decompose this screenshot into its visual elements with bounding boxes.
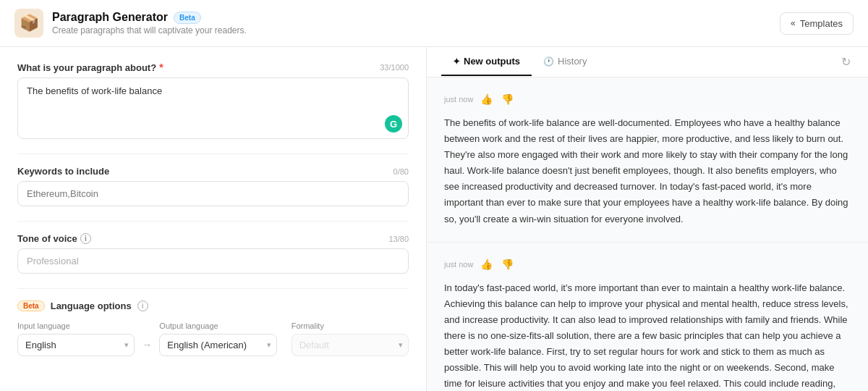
divider-3 <box>17 288 409 289</box>
keywords-char-count: 0/80 <box>393 167 409 176</box>
language-section-label: Language options <box>51 300 132 311</box>
formality-label: Formality <box>292 321 409 330</box>
formality-col: Formality Default ▾ <box>292 321 409 356</box>
output-time-2: just now <box>444 260 473 269</box>
tone-field-label: Tone of voice <box>17 233 77 244</box>
beta-badge: Beta <box>174 12 201 24</box>
language-row: Input language English ▾ → Output langua… <box>17 321 409 356</box>
formality-select[interactable]: Default <box>292 334 409 356</box>
keywords-input[interactable] <box>17 181 409 206</box>
language-info-icon[interactable]: i <box>137 300 148 311</box>
tab-new-outputs[interactable]: ✦ New outputs <box>441 48 532 76</box>
clock-icon: 🕐 <box>543 56 554 67</box>
templates-button[interactable]: « Templates <box>780 12 854 35</box>
paragraph-textarea-wrapper: G <box>17 77 409 139</box>
paragraph-field-group: What is your paragraph about? * 33/1000 … <box>17 62 409 139</box>
thumbs-up-button-2[interactable]: 👍 <box>479 257 494 272</box>
formality-select-wrapper: Default ▾ <box>292 334 409 356</box>
divider-1 <box>17 154 409 154</box>
paragraph-char-count: 33/1000 <box>380 63 409 72</box>
output-language-select[interactable]: English (American) <box>159 334 276 356</box>
output-block-2: just now 👍 👎 In today's fast-paced world… <box>427 243 868 391</box>
output-content: just now 👍 👎 The benefits of work-life b… <box>427 77 868 391</box>
language-section-label-row: Beta Language options i <box>17 300 409 311</box>
thumbs-down-button-1[interactable]: 👎 <box>500 92 515 106</box>
output-tabs: ✦ New outputs 🕐 History ↻ <box>427 47 868 77</box>
language-arrow: → <box>135 339 159 356</box>
tone-char-count: 13/80 <box>388 235 409 243</box>
app-title: Paragraph Generator Beta <box>52 11 247 24</box>
output-block-1: just now 👍 👎 The benefits of work-life b… <box>427 77 868 243</box>
input-language-label: Input language <box>17 321 135 330</box>
thumbs-up-button-1[interactable]: 👍 <box>479 92 494 106</box>
input-language-col: Input language English ▾ <box>17 321 135 356</box>
header-title-group: Paragraph Generator Beta Create paragrap… <box>52 11 247 35</box>
chevron-left-icon: « <box>791 18 796 28</box>
divider-2 <box>17 221 409 222</box>
tabs-left: ✦ New outputs 🕐 History <box>441 48 598 76</box>
keywords-field-label: Keywords to include <box>17 166 109 177</box>
tone-field-group: Tone of voice i 13/80 <box>17 233 409 274</box>
output-language-col: Output language English (American) ▾ <box>159 321 276 356</box>
app-subtitle: Create paragraphs that will captivate yo… <box>52 25 247 35</box>
paragraph-field-label: What is your paragraph about? <box>17 62 156 73</box>
right-panel: ✦ New outputs 🕐 History ↻ just now 👍 👎 T… <box>427 47 868 391</box>
left-panel: What is your paragraph about? * 33/1000 … <box>0 47 427 391</box>
tone-field-label-row: Tone of voice i 13/80 <box>17 233 409 244</box>
paragraph-field-label-row: What is your paragraph about? * 33/1000 <box>17 62 409 73</box>
app-icon: 📦 <box>14 9 43 38</box>
required-indicator: * <box>159 62 163 73</box>
app-header: 📦 Paragraph Generator Beta Create paragr… <box>0 0 868 47</box>
thumbs-down-button-2[interactable]: 👎 <box>500 257 515 272</box>
language-beta-badge: Beta <box>17 300 45 311</box>
main-layout: What is your paragraph about? * 33/1000 … <box>0 47 868 391</box>
output-text-2: In today's fast-paced world, it's more i… <box>444 280 851 391</box>
output-language-label: Output language <box>159 321 276 330</box>
keywords-field-label-row: Keywords to include 0/80 <box>17 166 409 177</box>
sparkle-icon: ✦ <box>453 56 460 67</box>
input-language-select-wrapper: English ▾ <box>17 334 135 356</box>
refresh-button[interactable]: ↻ <box>838 52 854 72</box>
output-text-1: The benefits of work-life balance are we… <box>444 115 851 227</box>
keywords-field-group: Keywords to include 0/80 <box>17 166 409 206</box>
output-meta-1: just now 👍 👎 <box>444 92 851 106</box>
output-language-select-wrapper: English (American) ▾ <box>159 334 276 356</box>
output-meta-2: just now 👍 👎 <box>444 257 851 272</box>
output-time-1: just now <box>444 95 473 104</box>
tab-history[interactable]: 🕐 History <box>532 48 598 76</box>
tone-input[interactable] <box>17 248 409 274</box>
paragraph-textarea[interactable] <box>18 78 408 136</box>
header-left: 📦 Paragraph Generator Beta Create paragr… <box>14 9 247 38</box>
input-language-select[interactable]: English <box>17 334 135 356</box>
language-options-group: Beta Language options i Input language E… <box>17 300 409 356</box>
grammarly-icon[interactable]: G <box>385 115 402 133</box>
tone-info-icon[interactable]: i <box>80 233 91 244</box>
